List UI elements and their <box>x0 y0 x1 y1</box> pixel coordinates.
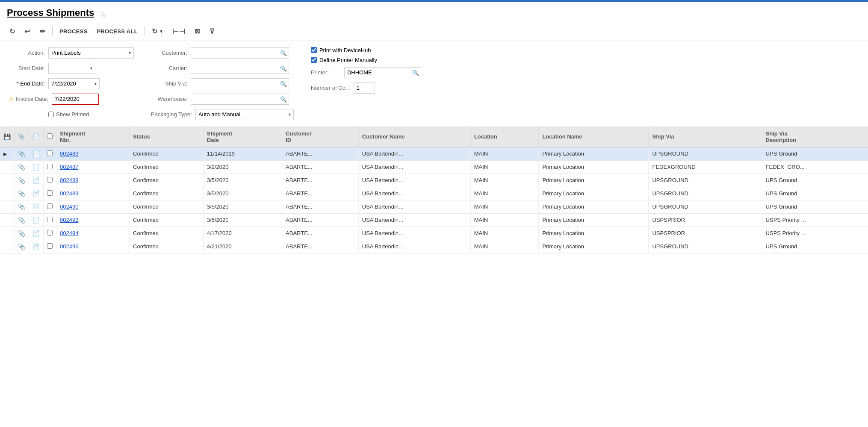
th-doc-icon[interactable]: 📄 <box>32 133 39 140</box>
location-name-cell: Primary Location <box>539 213 649 227</box>
shipment-nbr-cell[interactable]: 002492 <box>56 213 130 227</box>
carrier-input[interactable] <box>191 63 289 74</box>
th-attach-icon[interactable]: 📎 <box>18 133 25 140</box>
customer-input[interactable] <box>191 47 289 59</box>
undo-button[interactable]: ↩ <box>22 26 32 37</box>
start-date-select[interactable] <box>48 63 95 74</box>
shipment-nbr-cell[interactable]: 002496 <box>56 240 130 253</box>
table-row[interactable]: 📎📄002492Confirmed3/5/2020ABARTE...USA Ba… <box>0 213 868 227</box>
row-attach-button[interactable]: 📎 <box>18 230 25 237</box>
row-doc-button[interactable]: 📄 <box>32 203 40 210</box>
process-button[interactable]: PROCESS <box>57 27 90 36</box>
th-customer-id: CustomerID <box>282 127 359 147</box>
select-all-checkbox[interactable] <box>47 133 53 139</box>
end-date-select[interactable]: 7/22/2020 <box>48 78 100 89</box>
table-row[interactable]: 📎📄002496Confirmed4/21/2020ABARTE...USA B… <box>0 240 868 253</box>
row-doc-button[interactable]: 📄 <box>32 243 40 250</box>
row-checkbox[interactable] <box>47 217 53 222</box>
row-attach-button[interactable]: 📎 <box>18 164 25 171</box>
shipment-nbr-cell[interactable]: 002494 <box>56 227 130 240</box>
row-attach-button[interactable]: 📎 <box>18 203 25 210</box>
shipment-nbr-link[interactable]: 002490 <box>60 203 78 210</box>
warehouse-input[interactable] <box>191 94 289 105</box>
process-all-button[interactable]: PROCESS ALL <box>94 27 140 36</box>
action-select[interactable]: Print Labels Create Shipment Confirm Shi… <box>48 47 134 59</box>
row-attach-button[interactable]: 📎 <box>18 190 25 197</box>
shipment-nbr-link[interactable]: 002489 <box>60 190 78 197</box>
table-row[interactable]: 📎📄002490Confirmed3/5/2020ABARTE...USA Ba… <box>0 200 868 213</box>
shipment-nbr-cell[interactable]: 002490 <box>56 200 130 213</box>
customer-id-cell: ABARTE... <box>282 213 359 227</box>
packaging-type-select-wrapper: Auto and Manual Auto Manual <box>195 109 294 120</box>
ship-via-cell: USPSPRIOR <box>649 213 762 227</box>
table-row[interactable]: 📎📄002487Confirmed3/2/2020ABARTE...USA Ba… <box>0 160 868 174</box>
shipment-nbr-link[interactable]: 002487 <box>60 164 78 170</box>
row-checkbox[interactable] <box>47 230 53 236</box>
shipment-nbr-cell[interactable]: 002488 <box>56 174 130 187</box>
shipment-nbr-cell[interactable]: 002489 <box>56 187 130 200</box>
printer-search-wrapper: 🔍 <box>344 67 421 78</box>
ship-via-input[interactable] <box>191 78 289 89</box>
row-doc-button[interactable]: 📄 <box>32 164 40 171</box>
favorite-icon[interactable]: ☆ <box>100 10 107 19</box>
number-of-copies-input[interactable] <box>354 82 375 94</box>
shipment-nbr-cell[interactable]: 002483 <box>56 147 130 161</box>
table-row[interactable]: 📎📄002489Confirmed3/5/2020ABARTE...USA Ba… <box>0 187 868 200</box>
row-doc-cell: 📄 <box>29 227 44 240</box>
row-checkbox[interactable] <box>47 243 53 249</box>
row-doc-button[interactable]: 📄 <box>32 230 40 237</box>
location-cell: MAIN <box>470 187 539 200</box>
define-printer-manually-checkbox[interactable] <box>311 57 317 63</box>
row-checkbox[interactable] <box>47 177 53 183</box>
location-cell: MAIN <box>470 227 539 240</box>
export-button[interactable]: ⊠ <box>192 26 203 37</box>
shipment-nbr-link[interactable]: 002492 <box>60 217 78 223</box>
packaging-type-label: Packaging Type: <box>151 111 192 118</box>
shipment-nbr-cell[interactable]: 002487 <box>56 160 130 174</box>
ship-via-cell: USPSPRIOR <box>649 227 762 240</box>
th-checkbox <box>44 127 56 147</box>
invoice-date-input[interactable] <box>52 94 99 105</box>
row-checkbox[interactable] <box>47 164 53 169</box>
filter-button[interactable]: ⊽ <box>207 26 217 37</box>
row-doc-button[interactable]: 📄 <box>32 190 40 197</box>
invoice-date-row: ⚠Invoice Date: <box>9 93 134 105</box>
edit-button[interactable]: ✏ <box>37 26 48 37</box>
row-attach-button[interactable]: 📎 <box>18 177 25 184</box>
edit-icon: ✏ <box>40 27 45 35</box>
show-printed-checkbox[interactable] <box>48 112 54 117</box>
shipments-table-section: 💾 📎 📄 ShipmentNbr. Status ShipmentDate C… <box>0 127 868 253</box>
row-attach-button[interactable]: 📎 <box>18 243 25 250</box>
page-title: Process Shipments <box>7 7 94 18</box>
row-doc-button[interactable]: 📄 <box>32 217 40 224</box>
packaging-type-select[interactable]: Auto and Manual Auto Manual <box>195 109 294 120</box>
table-row[interactable]: ▶📎📄002483Confirmed11/14/2019ABARTE...USA… <box>0 147 868 161</box>
table-row[interactable]: 📎📄002488Confirmed3/5/2020ABARTE...USA Ba… <box>0 174 868 187</box>
refresh-button[interactable]: ↻ <box>7 26 18 37</box>
row-checkbox[interactable] <box>47 150 53 156</box>
shipment-nbr-link[interactable]: 002483 <box>60 150 78 157</box>
row-attach-button[interactable]: 📎 <box>18 150 25 157</box>
row-checkbox[interactable] <box>47 190 53 196</box>
shipment-nbr-link[interactable]: 002496 <box>60 243 78 250</box>
print-with-devicehub-checkbox[interactable] <box>311 47 317 53</box>
row-check-cell <box>44 147 56 161</box>
row-doc-button[interactable]: 📄 <box>32 150 40 157</box>
customer-name-cell: USA Bartendin... <box>358 227 470 240</box>
number-of-copies-row: Number of Co... <box>311 82 421 94</box>
row-arrow-cell <box>0 227 15 240</box>
row-doc-button[interactable]: 📄 <box>32 177 40 184</box>
th-save-icon[interactable]: 💾 <box>3 133 11 140</box>
fit-columns-button[interactable]: ⊢⊣ <box>170 26 188 37</box>
row-attach-button[interactable]: 📎 <box>18 217 25 224</box>
row-arrow-icon: ▶ <box>3 151 7 156</box>
ship-via-cell: UPSGROUND <box>649 147 762 161</box>
printer-input[interactable] <box>344 67 421 78</box>
start-date-select-wrapper <box>48 63 95 74</box>
row-checkbox[interactable] <box>47 203 53 209</box>
table-row[interactable]: 📎📄002494Confirmed4/17/2020ABARTE...USA B… <box>0 227 868 240</box>
show-printed-label[interactable]: Show Printed <box>48 111 89 118</box>
shipment-nbr-link[interactable]: 002494 <box>60 230 78 236</box>
shipment-nbr-link[interactable]: 002488 <box>60 177 78 183</box>
schedule-button[interactable]: ↻ ▼ <box>149 26 166 37</box>
